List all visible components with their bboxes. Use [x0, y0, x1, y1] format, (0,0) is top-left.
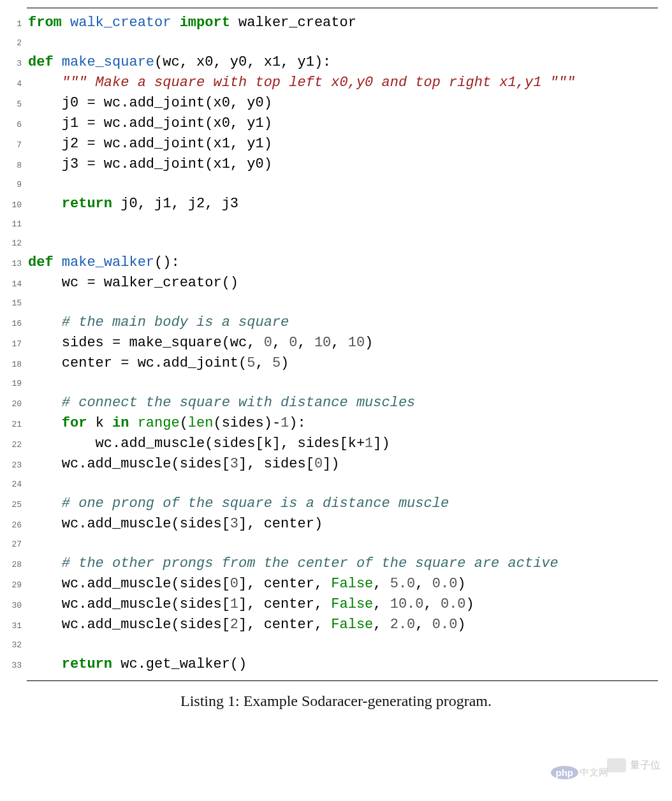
- line-number: 26: [0, 516, 28, 535]
- line-number: 24: [0, 475, 28, 494]
- line-number: 16: [0, 314, 28, 334]
- code-line: 20 # connect the square with distance mu…: [0, 393, 672, 414]
- code-line: 24: [0, 475, 672, 494]
- code-content: from walk_creator import walker_creator: [28, 13, 672, 33]
- code-content: j3 = wc.add_joint(x1, y0): [28, 155, 672, 174]
- code-content: wc.add_muscle(sides[3], sides[0]): [28, 455, 672, 474]
- line-number: 8: [0, 156, 28, 175]
- code-content: wc = walker_creator(): [28, 274, 672, 293]
- code-line: 9: [0, 175, 672, 195]
- code-line: 32: [0, 636, 672, 655]
- code-line: 16 # the main body is a square: [0, 313, 672, 334]
- code-content: # connect the square with distance muscl…: [28, 393, 672, 413]
- code-line: 33 return wc.get_walker(): [0, 655, 672, 675]
- code-line: 28 # the other prongs from the center of…: [0, 554, 672, 575]
- line-number: 15: [0, 294, 28, 313]
- line-number: 17: [0, 335, 28, 354]
- line-number: 21: [0, 415, 28, 434]
- code-content: wc.add_muscle(sides[0], center, False, 5…: [28, 575, 672, 594]
- code-line: 6 j1 = wc.add_joint(x0, y1): [0, 114, 672, 135]
- line-number: 4: [0, 75, 28, 94]
- line-number: 9: [0, 175, 28, 195]
- code-line: 23 wc.add_muscle(sides[3], sides[0]): [0, 455, 672, 475]
- code-content: sides = make_square(wc, 0, 0, 10, 10): [28, 334, 672, 353]
- code-line: 29 wc.add_muscle(sides[0], center, False…: [0, 575, 672, 595]
- line-number: 28: [0, 555, 28, 575]
- code-line: 10 return j0, j1, j2, j3: [0, 195, 672, 215]
- code-line: 3def make_square(wc, x0, y0, x1, y1):: [0, 53, 672, 73]
- code-content: wc.add_muscle(sides[2], center, False, 2…: [28, 615, 672, 635]
- line-number: 29: [0, 576, 28, 595]
- listing-caption: Listing 1: Example Sodaracer-generating …: [0, 693, 672, 710]
- code-line: 27: [0, 535, 672, 554]
- code-line: 12: [0, 234, 672, 253]
- line-number: 19: [0, 374, 28, 393]
- code-line: 8 j3 = wc.add_joint(x1, y0): [0, 155, 672, 175]
- code-line: 21 for k in range(len(sides)-1):: [0, 414, 672, 434]
- line-number: 2: [0, 34, 28, 53]
- code-line: 19: [0, 374, 672, 393]
- code-content: # the other prongs from the center of th…: [28, 554, 672, 573]
- code-content: # the main body is a square: [28, 313, 672, 332]
- line-number: 14: [0, 275, 28, 294]
- code-content: wc.add_muscle(sides[3], center): [28, 515, 672, 534]
- code-line: 1from walk_creator import walker_creator: [0, 13, 672, 34]
- code-content: def make_walker():: [28, 253, 672, 272]
- code-content: wc.add_muscle(sides[k], sides[k+1]): [28, 434, 672, 453]
- line-number: 33: [0, 656, 28, 675]
- code-line: 14 wc = walker_creator(): [0, 274, 672, 294]
- line-number: 12: [0, 234, 28, 253]
- line-number: 13: [0, 254, 28, 274]
- code-content: for k in range(len(sides)-1):: [28, 414, 672, 433]
- code-content: return j0, j1, j2, j3: [28, 195, 672, 214]
- line-number: 18: [0, 355, 28, 374]
- code-line: 25 # one prong of the square is a distan…: [0, 494, 672, 515]
- code-listing: 1from walk_creator import walker_creator…: [0, 0, 672, 729]
- code-content: center = wc.add_joint(5, 5): [28, 354, 672, 373]
- code-content: j2 = wc.add_joint(x1, y1): [28, 135, 672, 154]
- line-number: 20: [0, 395, 28, 414]
- code-line: 2: [0, 34, 672, 53]
- line-number: 31: [0, 617, 28, 636]
- line-number: 25: [0, 496, 28, 515]
- code-line: 13def make_walker():: [0, 253, 672, 274]
- line-number: 23: [0, 456, 28, 475]
- line-number: 6: [0, 115, 28, 135]
- code-content: wc.add_muscle(sides[1], center, False, 1…: [28, 595, 672, 614]
- code-line: 17 sides = make_square(wc, 0, 0, 10, 10): [0, 334, 672, 354]
- code-content: j1 = wc.add_joint(x0, y1): [28, 114, 672, 133]
- code-line: 4 """ Make a square with top left x0,y0 …: [0, 73, 672, 94]
- code-content: return wc.get_walker(): [28, 655, 672, 674]
- bottom-rule: [27, 680, 658, 681]
- code-line: 11: [0, 215, 672, 234]
- code-line: 18 center = wc.add_joint(5, 5): [0, 354, 672, 374]
- line-number: 3: [0, 54, 28, 73]
- line-number: 5: [0, 95, 28, 114]
- line-number: 22: [0, 436, 28, 455]
- line-number: 10: [0, 196, 28, 215]
- code-block: 1from walk_creator import walker_creator…: [0, 8, 672, 680]
- code-content: """ Make a square with top left x0,y0 an…: [28, 73, 672, 92]
- line-number: 11: [0, 215, 28, 234]
- line-number: 30: [0, 596, 28, 615]
- code-line: 26 wc.add_muscle(sides[3], center): [0, 515, 672, 535]
- code-content: j0 = wc.add_joint(x0, y0): [28, 94, 672, 113]
- line-number: 7: [0, 136, 28, 155]
- line-number: 27: [0, 535, 28, 554]
- code-line: 7 j2 = wc.add_joint(x1, y1): [0, 135, 672, 155]
- line-number: 32: [0, 636, 28, 655]
- code-content: # one prong of the square is a distance …: [28, 494, 672, 513]
- code-line: 5 j0 = wc.add_joint(x0, y0): [0, 94, 672, 114]
- code-line: 22 wc.add_muscle(sides[k], sides[k+1]): [0, 434, 672, 455]
- code-line: 15: [0, 294, 672, 313]
- code-line: 30 wc.add_muscle(sides[1], center, False…: [0, 595, 672, 615]
- line-number: 1: [0, 15, 28, 34]
- code-content: def make_square(wc, x0, y0, x1, y1):: [28, 53, 672, 72]
- code-line: 31 wc.add_muscle(sides[2], center, False…: [0, 615, 672, 636]
